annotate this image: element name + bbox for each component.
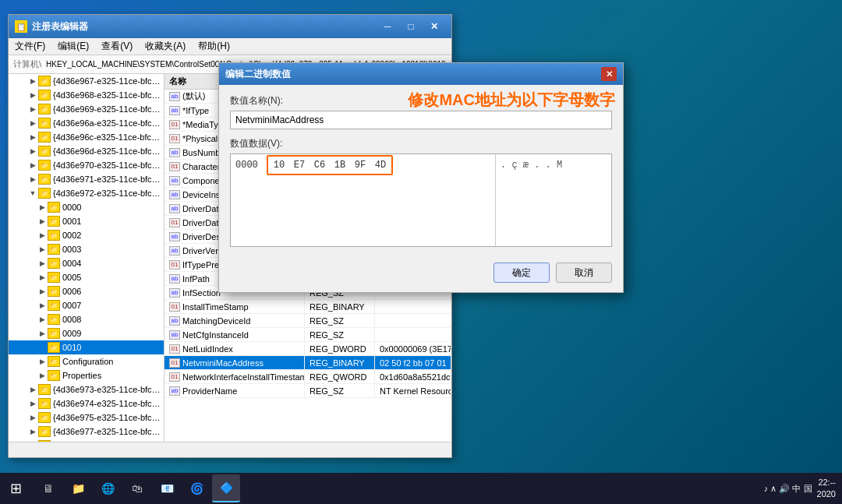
taskbar-clock: 22:-- 2020 xyxy=(817,477,836,501)
tree-expand-icon: ▶ xyxy=(27,105,38,113)
tree-panel[interactable]: ▶📁{4d36e967-e325-11ce-bfc1-0(▶📁{4d36e968… xyxy=(9,74,165,442)
reg-value-icon: ab xyxy=(169,232,180,241)
list-item-name: NetvminiMacAddress xyxy=(182,358,264,368)
list-row[interactable]: abNetCfgInstanceIdREG_SZ xyxy=(165,328,451,342)
win-controls: ─ □ ✕ xyxy=(377,17,445,36)
tree-item[interactable]: ▶📁0003 xyxy=(9,242,164,256)
statusbar xyxy=(9,442,451,457)
tree-item-label: Properties xyxy=(62,371,101,380)
dialog-title: 编辑二进制数值 xyxy=(225,68,291,81)
list-item-name: ProviderName xyxy=(182,386,237,396)
tree-item[interactable]: ▶📁{4d36e970-e325-11ce-bfc1-0( xyxy=(9,158,164,172)
list-col-value: 0x1d60a8a5521dcf0 (132304828304055536) xyxy=(375,370,451,383)
dialog-close-button[interactable]: ✕ xyxy=(601,67,617,81)
menu-help[interactable]: 帮助(H) xyxy=(192,38,236,55)
tree-item-label: {4d36e973-e325-11ce-bfc1-0( xyxy=(53,385,164,394)
list-row[interactable]: abMatchingDeviceIdREG_SZ xyxy=(165,314,451,328)
close-button[interactable]: ✕ xyxy=(423,17,445,36)
tree-expand-icon: ▶ xyxy=(37,245,48,253)
mac-highlight-box: 10E7C61B9F4D xyxy=(267,155,393,175)
regedit-titlebar[interactable]: 📋 注册表编辑器 ─ □ ✕ xyxy=(9,15,451,38)
tree-item-label: {4d36e972-e325-11ce-bfc1-0( xyxy=(53,189,164,198)
tree-item[interactable]: ▶📁0009 xyxy=(9,326,164,340)
list-item-name: NetCfgInstanceId xyxy=(182,330,249,340)
tree-item[interactable]: ▶📁0005 xyxy=(9,270,164,284)
ok-button[interactable]: 确定 xyxy=(494,263,550,283)
minimize-button[interactable]: ─ xyxy=(377,17,398,36)
tree-expand-icon: ▶ xyxy=(27,133,38,141)
reg-value-icon: ab xyxy=(169,106,180,115)
tree-item[interactable]: ▶📁0008 xyxy=(9,312,164,326)
list-row[interactable]: abProviderNameREG_SZNT Kernel Resources xyxy=(165,384,451,398)
taskbar-icon-btn[interactable]: 🖥 xyxy=(34,474,62,502)
reg-value-icon: ab xyxy=(169,176,180,185)
tree-item[interactable]: ▶📁0007 xyxy=(9,298,164,312)
list-item-name: InfSection xyxy=(182,288,221,298)
tree-expand-icon: ▶ xyxy=(37,203,48,211)
list-col-type: REG_SZ xyxy=(305,384,375,397)
folder-icon: 📁 xyxy=(38,90,51,100)
tree-item[interactable]: ▶📁0004 xyxy=(9,256,164,270)
binary-editor[interactable]: 000010E7C61B9F4D . ç æ . . M xyxy=(230,153,612,247)
tree-item[interactable]: ▶📁{4d36e971-e325-11ce-bfc1-0( xyxy=(9,172,164,186)
list-item-name: NetLuidIndex xyxy=(182,344,233,354)
tree-item[interactable]: ▶📁{4d36e975-e325-11ce-bfc1-0( xyxy=(9,411,164,425)
cancel-button[interactable]: 取消 xyxy=(556,263,612,283)
tree-item[interactable]: ▶📁{4d36e973-e325-11ce-bfc1-0( xyxy=(9,382,164,397)
tree-item-label: {4d36e974-e325-11ce-bfc1-0( xyxy=(53,399,164,408)
tree-item-label: {4d36e969-e325-11ce-bfc1-0( xyxy=(53,104,164,114)
tree-item[interactable]: ▶📁0002 xyxy=(9,228,164,242)
taskbar-icon-btn[interactable]: 🔷 xyxy=(212,474,240,502)
tree-item[interactable]: ▶📁{4d36e969-e325-11ce-bfc1-0( xyxy=(9,102,164,116)
tree-expand-icon: ▶ xyxy=(37,358,48,365)
taskbar-icon-btn[interactable]: 🌀 xyxy=(182,474,210,502)
menu-favorites[interactable]: 收藏夹(A) xyxy=(139,38,192,55)
list-col-type: REG_BINARY xyxy=(305,356,375,369)
tree-item[interactable]: ▶📁{4d36e96a-e325-11ce-bfc1-0( xyxy=(9,116,164,130)
address-label: 计算机\ xyxy=(13,58,41,70)
list-col-name: abNetCfgInstanceId xyxy=(165,328,305,341)
tree-item-label: {4d36e971-e325-11ce-bfc1-0( xyxy=(53,174,164,184)
taskbar-icon-btn[interactable]: 📧 xyxy=(153,474,181,502)
tree-item[interactable]: ▶📁{4d36e96c-e325-11ce-bfc1-0( xyxy=(9,130,164,144)
tree-item[interactable]: ▶📁Configuration xyxy=(9,354,164,368)
menu-edit[interactable]: 编辑(E) xyxy=(51,38,95,55)
tree-expand-icon: ▶ xyxy=(37,231,48,239)
tree-item[interactable]: ▶📁0006 xyxy=(9,284,164,298)
list-row[interactable]: 01InstallTimeStampREG_BINARY xyxy=(165,300,451,314)
list-row[interactable]: 01NetLuidIndexREG_DWORD0x00000069 (3E175… xyxy=(165,342,451,356)
list-col-value xyxy=(375,328,451,341)
list-item-name: InfPath xyxy=(182,274,210,284)
start-button[interactable]: ⊞ xyxy=(0,473,31,504)
tree-item[interactable]: ▶📁0000 xyxy=(9,200,164,214)
system-icons: ♪ ∧ 🔊 中 国 xyxy=(764,483,812,495)
list-row[interactable]: 01NetworkInterfaceInstallTimestampREG_QW… xyxy=(165,370,451,384)
tree-item[interactable]: ▶📁{4d36e96d-e325-11ce-bfc1-0( xyxy=(9,144,164,158)
tree-item[interactable]: ▶📁Properties xyxy=(9,368,164,382)
tree-expand-icon: ▶ xyxy=(37,259,48,267)
tree-item[interactable]: ▶📁0001 xyxy=(9,214,164,228)
tree-item[interactable]: ▶📁{4d36e977-e325-11ce-bfc1-0( xyxy=(9,425,164,439)
tree-item[interactable]: ▶📁{4d36e974-e325-11ce-bfc1-0( xyxy=(9,397,164,411)
ascii-row: . ç æ . . M xyxy=(501,157,607,173)
taskbar-icon-btn[interactable]: 📁 xyxy=(64,474,92,502)
list-col-type: REG_SZ xyxy=(305,328,375,341)
folder-icon: 📁 xyxy=(38,412,51,423)
taskbar-icon-btn[interactable]: 🌐 xyxy=(94,474,122,502)
tree-item-label: 0008 xyxy=(62,315,81,324)
binary-ascii-panel: . ç æ . . M xyxy=(496,154,611,246)
menu-file[interactable]: 文件(F) xyxy=(9,38,51,55)
list-row[interactable]: 01NetvminiMacAddressREG_BINARY02 50 f2 b… xyxy=(165,356,451,370)
list-item-name: *IfType xyxy=(182,106,209,115)
list-col-type: REG_SZ xyxy=(305,314,375,327)
field-name-input[interactable] xyxy=(230,111,612,129)
hex-row-0: 000010E7C61B9F4D xyxy=(235,157,490,173)
menu-view[interactable]: 查看(V) xyxy=(95,38,139,55)
tree-item[interactable]: ▼📁{4d36e972-e325-11ce-bfc1-0( xyxy=(9,186,164,200)
tree-item[interactable]: ▶📁{4d36e967-e325-11ce-bfc1-0( xyxy=(9,74,164,88)
maximize-button[interactable]: □ xyxy=(400,17,422,36)
tree-item[interactable]: ▶📁{4d36e968-e325-11ce-bfc1-0( xyxy=(9,88,164,102)
taskbar-icon-btn[interactable]: 🛍 xyxy=(123,474,151,502)
tree-expand-icon: ▶ xyxy=(27,400,38,407)
tree-item[interactable]: 📁0010 xyxy=(9,340,164,354)
